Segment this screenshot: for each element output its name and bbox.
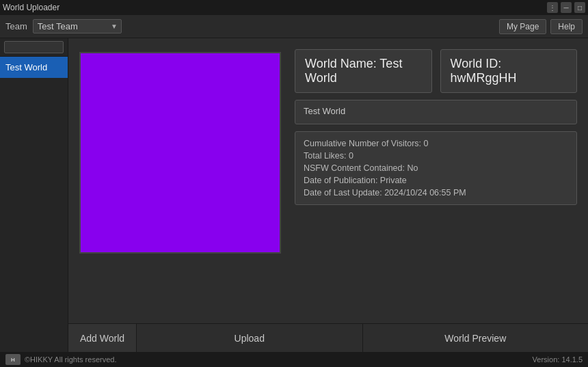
world-id-box: World ID: hwMRggHH — [440, 49, 578, 93]
team-label: Team — [5, 21, 27, 31]
team-bar-right: My Page Help — [499, 19, 583, 34]
title-bar-controls: ⋮ ─ □ — [547, 2, 585, 13]
content-main: World Name: Test World World ID: hwMRggH… — [68, 38, 588, 323]
world-image-preview — [79, 52, 281, 254]
sidebar: Test World — [0, 38, 68, 352]
search-input[interactable] — [4, 41, 64, 53]
world-info-panel: World Name: Test World World ID: hwMRggH… — [295, 49, 577, 312]
main-area: Test World World Name: Test World World … — [0, 38, 588, 352]
title-bar-left: World Uploader — [3, 3, 59, 12]
help-button[interactable]: Help — [550, 19, 583, 34]
world-stats-box: Cumulative Number of Visitors: 0 Total L… — [295, 131, 577, 205]
bottom-bar: Add World Upload World Preview — [68, 323, 588, 352]
stat-nsfw: NSFW Content Contained: No — [304, 163, 568, 173]
team-select-wrapper: Test Team ▼ — [33, 19, 122, 33]
world-description: Test World — [295, 100, 577, 124]
content-area: World Name: Test World World ID: hwMRggH… — [68, 38, 588, 352]
add-world-button[interactable]: Add World — [68, 324, 137, 352]
world-name-box: World Name: Test World — [295, 49, 432, 93]
stat-visitors: Cumulative Number of Visitors: 0 — [304, 139, 568, 148]
world-names-row: World Name: Test World World ID: hwMRggH… — [295, 49, 577, 93]
sidebar-search — [0, 38, 68, 57]
title-bar: World Uploader ⋮ ─ □ — [0, 0, 588, 15]
footer: H ©HIKKY All rights reserved. Version: 1… — [0, 352, 588, 367]
stat-last-update: Date of Last Update: 2024/10/24 06:55 PM — [304, 188, 568, 198]
maximize-button[interactable]: □ — [574, 2, 585, 13]
copyright-text: ©HIKKY All rights reserved. — [25, 355, 116, 364]
minimize-button[interactable]: ─ — [561, 2, 572, 13]
hikky-logo: H — [5, 354, 21, 365]
world-id-label: World ID: hwMRggHH — [451, 57, 517, 85]
sidebar-item-test-world[interactable]: Test World — [0, 57, 68, 78]
team-select[interactable]: Test Team — [33, 19, 122, 33]
world-preview-button[interactable]: World Preview — [363, 324, 589, 352]
app-title: World Uploader — [3, 3, 59, 12]
team-bar-left: Team Test Team ▼ — [5, 19, 122, 33]
my-page-button[interactable]: My Page — [499, 19, 546, 34]
stat-likes: Total Likes: 0 — [304, 151, 568, 161]
world-name-label: World Name: Test World — [305, 57, 402, 85]
sidebar-list: Test World — [0, 57, 68, 352]
team-bar: Team Test Team ▼ My Page Help — [0, 15, 588, 38]
upload-button[interactable]: Upload — [137, 324, 363, 352]
version-text: Version: 14.1.5 — [533, 355, 583, 364]
stat-publication: Date of Publication: Private — [304, 176, 568, 185]
footer-left: H ©HIKKY All rights reserved. — [5, 354, 116, 365]
menu-button[interactable]: ⋮ — [547, 2, 558, 13]
